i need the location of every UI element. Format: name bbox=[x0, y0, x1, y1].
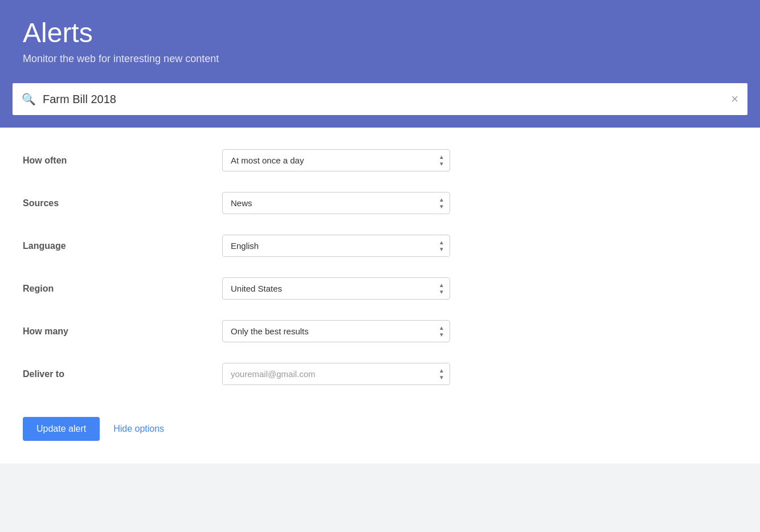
sources-row: Sources News Automatic Blogs Web Video B… bbox=[23, 182, 737, 224]
sources-label: Sources bbox=[23, 198, 222, 208]
how-many-label: How many bbox=[23, 326, 222, 337]
page-subtitle: Monitor the web for interesting new cont… bbox=[23, 53, 737, 65]
options-panel: How often At most once a day As-it-happe… bbox=[0, 128, 760, 464]
search-input[interactable] bbox=[43, 93, 731, 106]
deliver-to-input-wrapper: ▲ ▼ bbox=[222, 363, 450, 385]
region-row: Region United States Any Region United K… bbox=[23, 267, 737, 310]
how-often-select-wrapper: At most once a day As-it-happens At most… bbox=[222, 149, 450, 171]
region-label: Region bbox=[23, 284, 222, 294]
language-label: Language bbox=[23, 241, 222, 251]
search-bar-container: 🔍 × bbox=[0, 82, 760, 128]
sources-select-wrapper: News Automatic Blogs Web Video Books Dis… bbox=[222, 192, 450, 214]
how-often-select[interactable]: At most once a day As-it-happens At most… bbox=[222, 149, 450, 171]
hide-options-button[interactable]: Hide options bbox=[113, 424, 164, 434]
search-bar: 🔍 × bbox=[11, 82, 749, 116]
header: Alerts Monitor the web for interesting n… bbox=[0, 0, 760, 82]
update-alert-button[interactable]: Update alert bbox=[23, 417, 100, 441]
region-select[interactable]: United States Any Region United Kingdom … bbox=[222, 277, 450, 300]
language-select-wrapper: English Spanish French German ▲ ▼ bbox=[222, 235, 450, 257]
region-select-wrapper: United States Any Region United Kingdom … bbox=[222, 277, 450, 300]
how-many-select-wrapper: Only the best results All results ▲ ▼ bbox=[222, 320, 450, 342]
search-icon: 🔍 bbox=[22, 92, 36, 106]
how-many-row: How many Only the best results All resul… bbox=[23, 310, 737, 353]
sources-select[interactable]: News Automatic Blogs Web Video Books Dis… bbox=[222, 192, 450, 214]
how-often-row: How often At most once a day As-it-happe… bbox=[23, 139, 737, 182]
language-row: Language English Spanish French German ▲… bbox=[23, 224, 737, 267]
deliver-to-input[interactable] bbox=[222, 363, 450, 385]
deliver-to-label: Deliver to bbox=[23, 369, 222, 379]
deliver-to-row: Deliver to ▲ ▼ bbox=[23, 353, 737, 395]
page-title: Alerts bbox=[23, 17, 737, 48]
actions-row: Update alert Hide options bbox=[23, 411, 737, 441]
how-often-label: How often bbox=[23, 155, 222, 166]
close-icon[interactable]: × bbox=[731, 92, 738, 107]
deliver-to-arrows: ▲ ▼ bbox=[439, 368, 444, 380]
how-many-select[interactable]: Only the best results All results bbox=[222, 320, 450, 342]
language-select[interactable]: English Spanish French German bbox=[222, 235, 450, 257]
